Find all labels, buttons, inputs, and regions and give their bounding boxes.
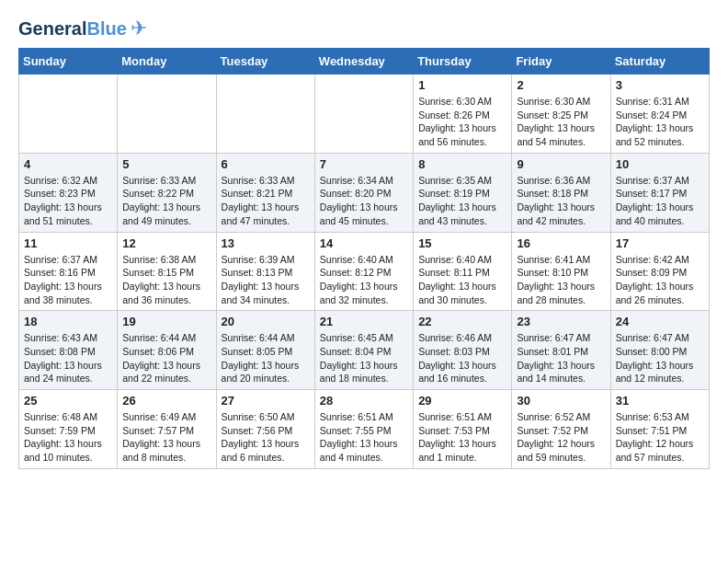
calendar-cell: 3Sunrise: 6:31 AM Sunset: 8:24 PM Daylig… — [610, 75, 709, 154]
calendar-cell: 21Sunrise: 6:45 AM Sunset: 8:04 PM Dayli… — [314, 311, 413, 390]
day-number: 11 — [24, 236, 112, 250]
day-number: 9 — [517, 157, 605, 171]
cell-details: Sunrise: 6:46 AM Sunset: 8:03 PM Dayligh… — [418, 331, 506, 385]
calendar-cell: 29Sunrise: 6:51 AM Sunset: 7:53 PM Dayli… — [414, 390, 512, 469]
cell-details: Sunrise: 6:37 AM Sunset: 8:16 PM Dayligh… — [24, 253, 112, 307]
cell-details: Sunrise: 6:44 AM Sunset: 8:05 PM Dayligh… — [222, 331, 310, 385]
day-number: 16 — [517, 236, 605, 250]
calendar-table: SundayMondayTuesdayWednesdayThursdayFrid… — [18, 48, 710, 469]
logo-bird-icon: ✈ — [131, 18, 147, 39]
day-number: 7 — [320, 157, 408, 171]
calendar-cell: 7Sunrise: 6:34 AM Sunset: 8:20 PM Daylig… — [314, 153, 413, 232]
logo: GeneralBlue ✈ — [18, 18, 147, 39]
day-number: 18 — [24, 315, 112, 328]
calendar-header-row: SundayMondayTuesdayWednesdayThursdayFrid… — [19, 49, 710, 75]
cell-details: Sunrise: 6:32 AM Sunset: 8:23 PM Dayligh… — [24, 174, 112, 228]
calendar-cell: 12Sunrise: 6:38 AM Sunset: 8:15 PM Dayli… — [118, 232, 216, 311]
page-header: GeneralBlue ✈ — [18, 18, 710, 39]
cell-details: Sunrise: 6:47 AM Sunset: 8:00 PM Dayligh… — [616, 331, 704, 385]
calendar-cell: 26Sunrise: 6:49 AM Sunset: 7:57 PM Dayli… — [118, 390, 216, 469]
day-number: 22 — [418, 315, 506, 328]
calendar-cell: 2Sunrise: 6:30 AM Sunset: 8:25 PM Daylig… — [512, 75, 610, 154]
calendar-cell: 19Sunrise: 6:44 AM Sunset: 8:06 PM Dayli… — [118, 311, 216, 390]
day-number: 15 — [418, 236, 506, 250]
day-number: 2 — [517, 78, 605, 92]
cell-details: Sunrise: 6:40 AM Sunset: 8:11 PM Dayligh… — [418, 253, 506, 307]
day-number: 4 — [24, 157, 112, 171]
day-number: 17 — [616, 236, 704, 250]
cell-details: Sunrise: 6:43 AM Sunset: 8:08 PM Dayligh… — [24, 331, 112, 385]
day-number: 12 — [122, 236, 210, 250]
day-number: 20 — [222, 315, 310, 328]
calendar-cell: 6Sunrise: 6:33 AM Sunset: 8:21 PM Daylig… — [216, 153, 314, 232]
calendar-cell: 1Sunrise: 6:30 AM Sunset: 8:26 PM Daylig… — [414, 75, 512, 154]
calendar-week-row: 18Sunrise: 6:43 AM Sunset: 8:08 PM Dayli… — [19, 311, 710, 390]
calendar-cell: 28Sunrise: 6:51 AM Sunset: 7:55 PM Dayli… — [314, 390, 413, 469]
day-number: 14 — [320, 236, 408, 250]
cell-details: Sunrise: 6:33 AM Sunset: 8:22 PM Dayligh… — [122, 174, 210, 228]
calendar-cell: 15Sunrise: 6:40 AM Sunset: 8:11 PM Dayli… — [414, 232, 512, 311]
cell-details: Sunrise: 6:39 AM Sunset: 8:13 PM Dayligh… — [222, 253, 310, 307]
calendar-cell: 30Sunrise: 6:52 AM Sunset: 7:52 PM Dayli… — [512, 390, 610, 469]
day-number: 30 — [517, 394, 605, 408]
day-number: 5 — [122, 157, 210, 171]
day-number: 23 — [517, 315, 605, 328]
calendar-cell: 11Sunrise: 6:37 AM Sunset: 8:16 PM Dayli… — [19, 232, 118, 311]
calendar-cell: 10Sunrise: 6:37 AM Sunset: 8:17 PM Dayli… — [610, 153, 709, 232]
day-of-week-header: Sunday — [19, 49, 118, 75]
calendar-cell: 5Sunrise: 6:33 AM Sunset: 8:22 PM Daylig… — [118, 153, 216, 232]
calendar-cell: 17Sunrise: 6:42 AM Sunset: 8:09 PM Dayli… — [610, 232, 709, 311]
day-of-week-header: Wednesday — [314, 49, 413, 75]
calendar-cell — [19, 75, 118, 154]
cell-details: Sunrise: 6:38 AM Sunset: 8:15 PM Dayligh… — [122, 253, 210, 307]
calendar-cell: 8Sunrise: 6:35 AM Sunset: 8:19 PM Daylig… — [414, 153, 512, 232]
day-of-week-header: Saturday — [610, 49, 709, 75]
cell-details: Sunrise: 6:45 AM Sunset: 8:04 PM Dayligh… — [320, 331, 408, 385]
cell-details: Sunrise: 6:44 AM Sunset: 8:06 PM Dayligh… — [122, 331, 210, 385]
calendar-cell — [314, 75, 413, 154]
cell-details: Sunrise: 6:47 AM Sunset: 8:01 PM Dayligh… — [517, 331, 605, 385]
cell-details: Sunrise: 6:30 AM Sunset: 8:26 PM Dayligh… — [418, 95, 506, 149]
day-of-week-header: Thursday — [414, 49, 512, 75]
day-number: 3 — [616, 78, 704, 92]
calendar-cell: 22Sunrise: 6:46 AM Sunset: 8:03 PM Dayli… — [414, 311, 512, 390]
cell-details: Sunrise: 6:48 AM Sunset: 7:59 PM Dayligh… — [24, 410, 112, 465]
day-number: 24 — [616, 315, 704, 328]
calendar-cell: 31Sunrise: 6:53 AM Sunset: 7:51 PM Dayli… — [610, 390, 709, 469]
calendar-cell: 14Sunrise: 6:40 AM Sunset: 8:12 PM Dayli… — [314, 232, 413, 311]
calendar-week-row: 1Sunrise: 6:30 AM Sunset: 8:26 PM Daylig… — [19, 75, 710, 154]
cell-details: Sunrise: 6:37 AM Sunset: 8:17 PM Dayligh… — [616, 174, 704, 228]
day-number: 21 — [320, 315, 408, 328]
cell-details: Sunrise: 6:52 AM Sunset: 7:52 PM Dayligh… — [517, 410, 605, 465]
calendar-cell: 27Sunrise: 6:50 AM Sunset: 7:56 PM Dayli… — [216, 390, 314, 469]
day-of-week-header: Monday — [118, 49, 216, 75]
cell-details: Sunrise: 6:42 AM Sunset: 8:09 PM Dayligh… — [616, 253, 704, 307]
day-number: 13 — [222, 236, 310, 250]
calendar-cell: 13Sunrise: 6:39 AM Sunset: 8:13 PM Dayli… — [216, 232, 314, 311]
cell-details: Sunrise: 6:30 AM Sunset: 8:25 PM Dayligh… — [517, 95, 605, 149]
cell-details: Sunrise: 6:40 AM Sunset: 8:12 PM Dayligh… — [320, 253, 408, 307]
day-number: 6 — [222, 157, 310, 171]
calendar-week-row: 25Sunrise: 6:48 AM Sunset: 7:59 PM Dayli… — [19, 390, 710, 469]
day-number: 26 — [122, 394, 210, 408]
calendar-cell: 9Sunrise: 6:36 AM Sunset: 8:18 PM Daylig… — [512, 153, 610, 232]
calendar-cell — [118, 75, 216, 154]
cell-details: Sunrise: 6:50 AM Sunset: 7:56 PM Dayligh… — [222, 410, 310, 465]
cell-details: Sunrise: 6:49 AM Sunset: 7:57 PM Dayligh… — [122, 410, 210, 465]
cell-details: Sunrise: 6:33 AM Sunset: 8:21 PM Dayligh… — [222, 174, 310, 228]
calendar-cell: 20Sunrise: 6:44 AM Sunset: 8:05 PM Dayli… — [216, 311, 314, 390]
calendar-cell: 4Sunrise: 6:32 AM Sunset: 8:23 PM Daylig… — [19, 153, 118, 232]
day-number: 8 — [418, 157, 506, 171]
cell-details: Sunrise: 6:31 AM Sunset: 8:24 PM Dayligh… — [616, 95, 704, 149]
calendar-cell — [216, 75, 314, 154]
cell-details: Sunrise: 6:51 AM Sunset: 7:55 PM Dayligh… — [320, 410, 408, 465]
cell-details: Sunrise: 6:53 AM Sunset: 7:51 PM Dayligh… — [616, 410, 704, 465]
day-number: 27 — [222, 394, 310, 408]
day-of-week-header: Friday — [512, 49, 610, 75]
day-number: 31 — [616, 394, 704, 408]
calendar-cell: 16Sunrise: 6:41 AM Sunset: 8:10 PM Dayli… — [512, 232, 610, 311]
cell-details: Sunrise: 6:41 AM Sunset: 8:10 PM Dayligh… — [517, 253, 605, 307]
day-number: 28 — [320, 394, 408, 408]
calendar-week-row: 4Sunrise: 6:32 AM Sunset: 8:23 PM Daylig… — [19, 153, 710, 232]
day-number: 1 — [418, 78, 506, 92]
